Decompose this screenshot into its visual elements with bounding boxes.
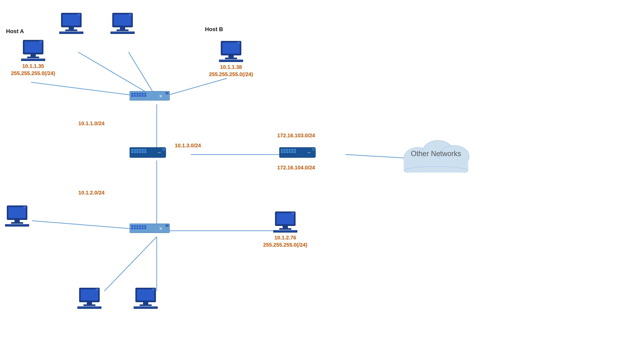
svg-rect-145	[142, 228, 144, 229]
svg-rect-160	[17, 224, 19, 225]
svg-text:✕: ✕	[159, 94, 163, 99]
svg-rect-21	[31, 59, 33, 60]
svg-rect-148	[165, 225, 169, 225]
svg-rect-66	[225, 58, 237, 59]
svg-rect-68	[220, 60, 222, 61]
switch1-icon: ✕	[130, 88, 170, 103]
svg-rect-191	[83, 307, 84, 308]
svg-line-10	[105, 237, 157, 291]
svg-rect-89	[137, 95, 138, 97]
switch1-node: ✕	[130, 88, 170, 103]
svg-rect-137	[137, 225, 138, 227]
svg-rect-104	[134, 151, 136, 153]
svg-rect-189	[78, 307, 80, 308]
switch2-icon: ✕	[130, 221, 170, 236]
svg-rect-22	[33, 59, 35, 60]
svg-rect-47	[114, 14, 131, 26]
svg-rect-28	[39, 42, 42, 42]
svg-rect-212	[148, 307, 150, 308]
svg-rect-120	[284, 151, 286, 153]
svg-rect-41	[76, 32, 77, 33]
svg-rect-203	[143, 302, 148, 304]
host-a-label-node: Host A	[6, 28, 24, 36]
svg-rect-213	[150, 307, 152, 308]
svg-rect-40	[73, 32, 75, 33]
svg-rect-36	[65, 32, 66, 33]
svg-rect-173	[276, 231, 278, 231]
svg-rect-83	[137, 93, 138, 94]
bottom-left-computer-icon	[4, 205, 30, 227]
svg-rect-56	[123, 32, 124, 33]
svg-rect-82	[134, 93, 136, 94]
svg-rect-140	[144, 225, 146, 227]
host-b-node: 10.1.1.38 255.255.255.0(/24)	[209, 40, 253, 78]
svg-rect-157	[11, 224, 12, 225]
svg-rect-135	[131, 225, 133, 227]
svg-rect-54	[118, 32, 120, 33]
svg-rect-71	[227, 60, 228, 61]
svg-rect-37	[67, 32, 69, 33]
svg-rect-92	[144, 95, 146, 97]
svg-rect-141	[131, 228, 133, 229]
svg-rect-90	[139, 95, 141, 97]
svg-rect-108	[144, 151, 146, 153]
svg-rect-214	[152, 307, 154, 308]
svg-rect-138	[139, 225, 141, 227]
svg-rect-117	[291, 149, 293, 151]
svg-rect-106	[139, 151, 141, 153]
svg-rect-110	[162, 148, 165, 149]
svg-text:↔: ↔	[157, 150, 162, 155]
svg-rect-58	[127, 32, 129, 33]
svg-rect-204	[140, 304, 152, 306]
bottom-right-ip: 10.1.2.76 255.255.255.0(/24)	[263, 234, 307, 249]
router2-node: ↔	[279, 144, 323, 160]
other-networks-label: Other Networks	[411, 149, 461, 158]
svg-rect-44	[78, 14, 80, 14]
host-a-label: Host A	[6, 28, 24, 35]
top-computer-2-node	[110, 12, 136, 34]
svg-rect-207	[137, 307, 138, 308]
svg-rect-72	[229, 60, 231, 61]
svg-rect-136	[134, 225, 136, 227]
svg-rect-57	[125, 32, 126, 33]
svg-rect-19	[27, 59, 28, 60]
diagram-container: Host A 10.1.1.3	[0, 0, 618, 364]
svg-rect-200	[96, 289, 98, 290]
svg-rect-113	[281, 149, 283, 151]
svg-rect-34	[60, 32, 62, 33]
svg-rect-143	[137, 228, 138, 229]
svg-rect-185	[81, 289, 98, 300]
svg-rect-45	[78, 15, 80, 15]
svg-rect-107	[142, 151, 144, 153]
svg-rect-190	[81, 307, 82, 308]
svg-rect-30	[63, 14, 80, 26]
svg-rect-32	[65, 29, 77, 31]
host-a-node: 10.1.1.35 255.255.255.0(/24)	[11, 39, 55, 77]
svg-rect-165	[23, 206, 26, 207]
svg-rect-196	[94, 307, 96, 308]
svg-rect-14	[30, 54, 36, 57]
svg-rect-87	[131, 95, 133, 97]
svg-rect-199	[96, 288, 98, 289]
network-lines	[0, 0, 618, 364]
svg-rect-198	[98, 307, 100, 308]
svg-rect-122	[289, 151, 291, 153]
svg-rect-65	[228, 55, 234, 58]
svg-rect-15	[27, 57, 39, 58]
svg-rect-79	[237, 43, 240, 43]
svg-rect-69	[222, 60, 224, 61]
svg-rect-51	[111, 32, 113, 33]
svg-rect-152	[14, 220, 20, 222]
svg-rect-119	[281, 151, 283, 153]
svg-rect-151	[8, 207, 26, 218]
svg-rect-124	[294, 151, 296, 153]
svg-rect-53	[116, 32, 118, 33]
svg-rect-215	[154, 307, 156, 308]
svg-rect-103	[131, 151, 133, 153]
svg-rect-98	[134, 149, 136, 151]
svg-rect-176	[283, 231, 285, 231]
svg-rect-52	[114, 32, 115, 33]
svg-rect-170	[279, 228, 291, 230]
svg-rect-24	[38, 59, 39, 60]
svg-rect-127	[312, 150, 315, 150]
